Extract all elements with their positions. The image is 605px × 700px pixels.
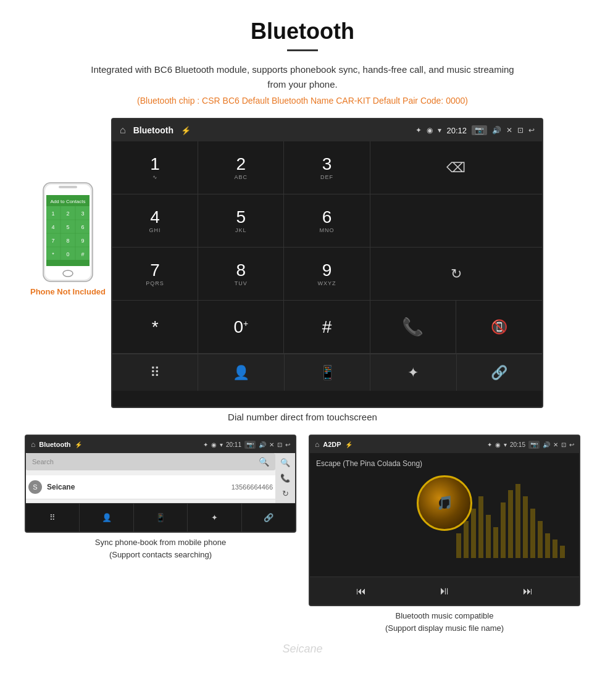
pb-win[interactable]: ⊡ xyxy=(277,441,282,448)
svg-rect-29 xyxy=(486,515,491,558)
ms-signal: ▾ xyxy=(504,441,507,448)
pb-nav-phone[interactable]: 📱 xyxy=(134,504,188,531)
usb-icon: ⚡ xyxy=(181,126,191,135)
pb-bt-icon: ✦ xyxy=(203,441,208,448)
pb-home-icon[interactable]: ⌂ xyxy=(31,440,35,449)
nav-bluetooth[interactable]: ✦ xyxy=(370,354,456,391)
key-star[interactable]: * xyxy=(112,301,198,353)
key-9[interactable]: 9 WXYZ xyxy=(284,248,370,300)
key-4[interactable]: 4 GHI xyxy=(112,194,198,247)
ms-loc-icon: ◉ xyxy=(495,441,501,448)
svg-text:4: 4 xyxy=(51,224,54,230)
svg-rect-35 xyxy=(530,509,535,558)
ms-x[interactable]: ✕ xyxy=(553,441,558,448)
svg-text:3: 3 xyxy=(81,210,84,217)
pb-nav-contacts[interactable]: 👤 xyxy=(80,504,133,531)
ms-screen-title: A2DP xyxy=(323,441,341,448)
search-icon[interactable]: 🔍 xyxy=(259,457,269,467)
call-cell[interactable]: 📞 xyxy=(370,301,456,353)
back-icon[interactable]: ↩ xyxy=(528,126,535,135)
nav-contacts[interactable]: 👤 xyxy=(198,354,284,391)
camera-icon[interactable]: 📷 xyxy=(472,125,487,135)
backspace-cell[interactable]: ⌫ xyxy=(370,141,542,194)
svg-text:5: 5 xyxy=(66,224,69,230)
pb-time: 20:11 xyxy=(226,441,241,448)
phonebook-screen-item: ⌂ Bluetooth ⚡ ✦ ◉ ▾ 20:11 📷 🔊 ✕ ⊡ ↩ xyxy=(25,435,296,634)
phonebook-caption: Sync phone-book from mobile phone (Suppo… xyxy=(25,536,296,560)
pb-nav-bt[interactable]: ✦ xyxy=(188,504,241,531)
nav-phone[interactable]: 📱 xyxy=(285,354,370,391)
call-icon: 📞 xyxy=(402,317,424,337)
status-bar: ⌂ Bluetooth ⚡ ✦ ◉ ▾ 20:12 📷 🔊 ✕ ⊡ ↩ xyxy=(112,119,542,141)
svg-rect-31 xyxy=(501,502,506,558)
nav-grid[interactable]: ⠿ xyxy=(112,354,198,391)
search-bar[interactable]: Search 🔍 xyxy=(26,453,275,470)
key-3[interactable]: 3 DEF xyxy=(284,141,370,194)
prev-icon[interactable]: ⏮ xyxy=(356,586,366,597)
ms-home-icon[interactable]: ⌂ xyxy=(315,440,319,449)
ms-cam[interactable]: 📷 xyxy=(528,441,540,449)
pb-side-call[interactable]: 📞 xyxy=(280,473,290,483)
pb-x[interactable]: ✕ xyxy=(269,441,274,448)
hangup-cell[interactable]: 📵 xyxy=(456,301,542,353)
music-screen: ⌂ A2DP ⚡ ✦ ◉ ▾ 20:15 📷 🔊 ✕ ⊡ ↩ xyxy=(309,435,580,606)
key-6[interactable]: 6 MNO xyxy=(284,194,370,247)
pb-side-refresh[interactable]: ↻ xyxy=(282,489,289,498)
dial-row-1: 1 ∿ 2 ABC 3 DEF ⌫ xyxy=(112,141,542,194)
pb-vol[interactable]: 🔊 xyxy=(259,441,266,448)
window-icon[interactable]: ⊡ xyxy=(517,126,524,135)
svg-rect-37 xyxy=(545,533,550,558)
key-2[interactable]: 2 ABC xyxy=(198,141,284,194)
key-5[interactable]: 5 JKL xyxy=(198,194,284,247)
dial-pad: 1 ∿ 2 ABC 3 DEF ⌫ xyxy=(112,141,542,407)
ms-usb-icon: ⚡ xyxy=(345,441,353,448)
svg-text:1: 1 xyxy=(51,210,54,217)
close-icon[interactable]: ✕ xyxy=(506,126,512,135)
contact-row[interactable]: S Seicane 13566664466 xyxy=(26,475,275,499)
pb-loc-icon: ◉ xyxy=(211,441,217,448)
pb-nav-link[interactable]: 🔗 xyxy=(242,504,295,531)
status-bar-left: ⌂ Bluetooth ⚡ xyxy=(120,125,191,136)
ms-win[interactable]: ⊡ xyxy=(561,441,566,448)
status-bar-right: ✦ ◉ ▾ 20:12 📷 🔊 ✕ ⊡ ↩ xyxy=(415,125,535,135)
next-icon[interactable]: ⏭ xyxy=(523,586,533,597)
svg-text:*: * xyxy=(52,251,54,257)
time-display: 20:12 xyxy=(446,126,467,135)
svg-rect-34 xyxy=(523,496,528,558)
backspace-icon: ⌫ xyxy=(446,160,465,176)
svg-text:6: 6 xyxy=(81,224,84,230)
key-8[interactable]: 8 TUV xyxy=(198,248,284,300)
hangup-icon: 📵 xyxy=(491,319,507,335)
phonebook-status-bar: ⌂ Bluetooth ⚡ ✦ ◉ ▾ 20:11 📷 🔊 ✕ ⊡ ↩ xyxy=(26,436,295,453)
pb-side-search[interactable]: 🔍 xyxy=(280,458,290,467)
key-7[interactable]: 7 PQRS xyxy=(112,248,198,300)
key-1[interactable]: 1 ∿ xyxy=(112,141,198,194)
phonebook-content-area: Search 🔍 S Seicane 13566664466 🔍 xyxy=(26,453,295,503)
ms-back[interactable]: ↩ xyxy=(569,441,574,448)
volume-icon[interactable]: 🔊 xyxy=(492,126,501,135)
music-note-icon: 🎵 xyxy=(436,495,453,511)
nav-link[interactable]: 🔗 xyxy=(457,354,542,391)
pb-nav-grid[interactable]: ⠿ xyxy=(26,504,80,531)
bluetooth-icon: ✦ xyxy=(415,126,422,135)
ms-time: 20:15 xyxy=(510,441,525,448)
svg-text:7: 7 xyxy=(51,238,54,244)
svg-rect-30 xyxy=(493,527,498,558)
home-icon[interactable]: ⌂ xyxy=(120,125,126,136)
pb-usb-icon: ⚡ xyxy=(75,441,82,448)
pb-back[interactable]: ↩ xyxy=(285,441,290,448)
ms-vol[interactable]: 🔊 xyxy=(543,441,550,448)
dial-row-2: 4 GHI 5 JKL 6 MNO xyxy=(112,194,542,248)
album-art: 🎵 xyxy=(417,475,472,531)
contact-avatar: S xyxy=(28,480,42,494)
pb-cam[interactable]: 📷 xyxy=(244,441,256,449)
svg-rect-38 xyxy=(553,540,557,558)
svg-rect-26 xyxy=(464,521,469,558)
seicane-watermark: Seicane xyxy=(25,643,580,656)
refresh-cell[interactable]: ↻ xyxy=(370,248,542,300)
key-hash[interactable]: # xyxy=(284,301,370,353)
svg-rect-28 xyxy=(478,496,483,558)
play-pause-icon[interactable]: ⏯ xyxy=(439,585,450,598)
key-0[interactable]: 0+ xyxy=(198,301,284,353)
svg-rect-32 xyxy=(508,490,513,558)
